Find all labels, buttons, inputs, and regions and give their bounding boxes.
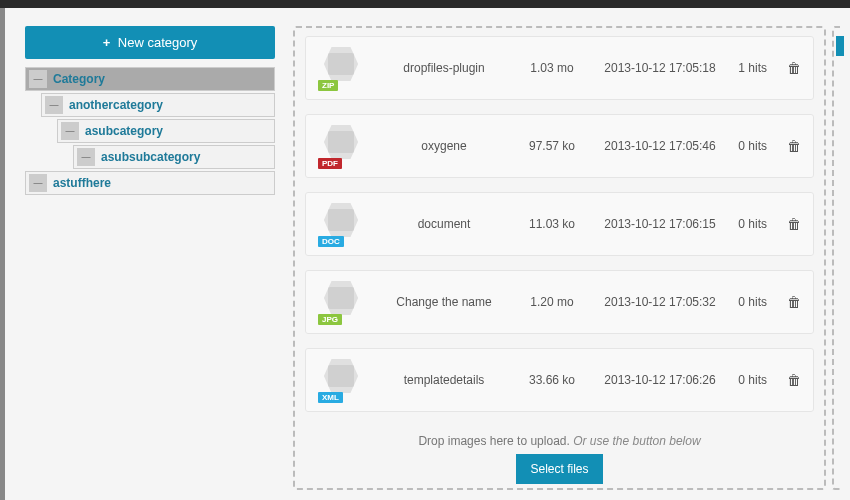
file-type-badge: DOC <box>318 236 344 247</box>
file-hits: 0 hits <box>738 373 767 387</box>
file-type-icon: DOC <box>318 203 366 245</box>
file-type-badge: PDF <box>318 158 342 169</box>
category-tree: — Category — anothercategory — <box>25 67 275 195</box>
file-hits: 0 hits <box>738 295 767 309</box>
file-type-icon: ZIP <box>318 47 366 89</box>
file-type-icon: JPG <box>318 281 366 323</box>
sidebar: + New category — Category — anothercateg… <box>25 26 275 490</box>
file-date: 2013-10-12 17:06:15 <box>590 217 730 231</box>
trash-icon[interactable]: 🗑 <box>787 138 801 154</box>
upload-hint: Drop images here to upload. Or use the b… <box>305 434 814 448</box>
collapse-icon[interactable]: — <box>77 148 95 166</box>
file-name: Change the name <box>374 295 514 309</box>
file-date: 2013-10-12 17:05:18 <box>590 61 730 75</box>
file-hits: 0 hits <box>738 217 767 231</box>
collapse-icon[interactable]: — <box>61 122 79 140</box>
side-action-button[interactable] <box>836 36 844 56</box>
tree-item-asubsubcategory[interactable]: — asubsubcategory <box>73 145 275 169</box>
file-type-badge: ZIP <box>318 80 338 91</box>
tree-item-label: asubsubcategory <box>101 150 200 164</box>
tree-item-astuffhere[interactable]: — astuffhere <box>25 171 275 195</box>
file-date: 2013-10-12 17:05:32 <box>590 295 730 309</box>
trash-icon[interactable]: 🗑 <box>787 294 801 310</box>
file-size: 1.20 mo <box>522 295 582 309</box>
new-category-label: New category <box>118 35 197 50</box>
side-dropzone <box>832 26 840 490</box>
collapse-icon[interactable]: — <box>45 96 63 114</box>
plus-icon: + <box>103 35 111 50</box>
collapse-icon[interactable]: — <box>29 174 47 192</box>
file-row[interactable]: DOCdocument11.03 ko2013-10-12 17:06:150 … <box>305 192 814 256</box>
tree-item-label: astuffhere <box>53 176 111 190</box>
file-type-badge: JPG <box>318 314 342 325</box>
file-type-icon: XML <box>318 359 366 401</box>
collapse-icon[interactable]: — <box>29 70 47 88</box>
file-list: ZIPdropfiles-plugin1.03 mo2013-10-12 17:… <box>305 36 814 412</box>
file-size: 11.03 ko <box>522 217 582 231</box>
tree-item-asubcategory[interactable]: — asubcategory <box>57 119 275 143</box>
tree-item-anothercategory[interactable]: — anothercategory <box>41 93 275 117</box>
file-hits: 0 hits <box>738 139 767 153</box>
new-category-button[interactable]: + New category <box>25 26 275 59</box>
file-date: 2013-10-12 17:06:26 <box>590 373 730 387</box>
file-date: 2013-10-12 17:05:46 <box>590 139 730 153</box>
file-name: oxygene <box>374 139 514 153</box>
trash-icon[interactable]: 🗑 <box>787 60 801 76</box>
file-row[interactable]: XMLtemplatedetails33.66 ko2013-10-12 17:… <box>305 348 814 412</box>
file-row[interactable]: JPGChange the name1.20 mo2013-10-12 17:0… <box>305 270 814 334</box>
tree-root-label: Category <box>53 72 105 86</box>
file-type-icon: PDF <box>318 125 366 167</box>
file-row[interactable]: PDFoxygene97.57 ko2013-10-12 17:05:460 h… <box>305 114 814 178</box>
file-name: templatedetails <box>374 373 514 387</box>
select-files-button[interactable]: Select files <box>516 454 602 484</box>
trash-icon[interactable]: 🗑 <box>787 372 801 388</box>
tree-root[interactable]: — Category <box>25 67 275 91</box>
tree-item-label: anothercategory <box>69 98 163 112</box>
file-size: 33.66 ko <box>522 373 582 387</box>
file-size: 1.03 mo <box>522 61 582 75</box>
trash-icon[interactable]: 🗑 <box>787 216 801 232</box>
file-name: dropfiles-plugin <box>374 61 514 75</box>
file-name: document <box>374 217 514 231</box>
file-dropzone[interactable]: ZIPdropfiles-plugin1.03 mo2013-10-12 17:… <box>293 26 826 490</box>
file-hits: 1 hits <box>738 61 767 75</box>
file-type-badge: XML <box>318 392 343 403</box>
tree-item-label: asubcategory <box>85 124 163 138</box>
file-row[interactable]: ZIPdropfiles-plugin1.03 mo2013-10-12 17:… <box>305 36 814 100</box>
file-size: 97.57 ko <box>522 139 582 153</box>
